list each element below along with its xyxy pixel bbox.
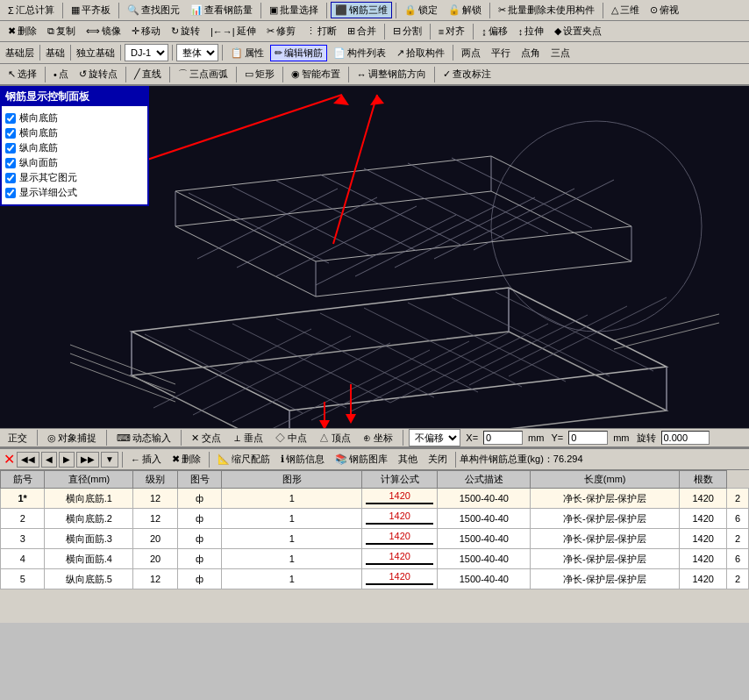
- rect-btn[interactable]: ▭矩形: [240, 66, 279, 82]
- sep5: [222, 45, 223, 61]
- table-row[interactable]: 4 横向面筋.4 20 ф 1 1420 1500-40-40 净长-保护层-保…: [1, 549, 749, 569]
- nav-prev-btn[interactable]: ◀: [41, 452, 57, 468]
- checkbox-vert-bottom[interactable]: 纵向底筋: [5, 141, 144, 154]
- element-dropdown[interactable]: DJ-1: [125, 44, 168, 61]
- close-panel-btn[interactable]: 关闭: [424, 451, 452, 468]
- trim-btn[interactable]: ✂修剪: [262, 23, 300, 39]
- delete-icon: ✂: [498, 4, 506, 16]
- dynamic-input-btn[interactable]: ⌨ 动态输入: [112, 430, 175, 446]
- insert-btn[interactable]: ←插入: [126, 451, 166, 468]
- view-rebar-btn[interactable]: 📊 查看钢筋量: [186, 2, 257, 18]
- align-btn[interactable]: ≡对齐: [434, 23, 469, 39]
- close-small-btn[interactable]: ✕: [4, 451, 15, 468]
- cb-vert-bottom[interactable]: [5, 143, 16, 154]
- y-coord-input[interactable]: [568, 431, 608, 445]
- nav-last-btn[interactable]: ▶▶: [76, 452, 99, 468]
- cb-horiz-face[interactable]: [5, 128, 16, 139]
- table-row[interactable]: 5 纵向底筋.5 12 ф 1 1420 1500-40-40 净长-保护层-保…: [1, 569, 749, 589]
- rotate-pt-btn[interactable]: ↺旋转点: [75, 66, 122, 82]
- checkbox-vert-face[interactable]: 纵向面筋: [5, 156, 144, 169]
- scale-layout-btn[interactable]: 📐缩尺配筋: [213, 451, 275, 468]
- row-count: 2: [727, 489, 749, 509]
- mirror-btn[interactable]: ⟺镜像: [82, 23, 125, 39]
- canvas-area[interactable]: 钢筋显示控制面板 横向底筋 横向底筋 纵向底筋 纵向面筋 显示其它图元: [0, 86, 749, 428]
- rotate-input[interactable]: [661, 431, 710, 445]
- checkbox-horiz-bottom[interactable]: 横向底筋: [5, 111, 144, 125]
- snap-mode-btn[interactable]: ◎ 对象捕捉: [43, 430, 101, 446]
- batch-select-btn[interactable]: ▣ 批量选择: [265, 2, 323, 18]
- top-snap[interactable]: △ 顶点: [315, 430, 355, 446]
- table-row[interactable]: 2 横向底筋.2 12 ф 1 1420 1500-40-40 净长-保护层-保…: [1, 509, 749, 529]
- point-btn[interactable]: •点: [49, 66, 73, 82]
- nav-down-btn[interactable]: ▼: [101, 452, 118, 468]
- setpt-btn[interactable]: ◆设置夹点: [550, 23, 606, 39]
- nav-next-btn[interactable]: ▶: [59, 452, 75, 468]
- cb-vert-face[interactable]: [5, 158, 16, 168]
- 3d-btn[interactable]: △ 三维: [607, 2, 644, 18]
- sum-btn[interactable]: Σ 汇总计算: [4, 2, 59, 18]
- coord-snap[interactable]: ⊕ 坐标: [359, 430, 397, 446]
- intersect-snap[interactable]: ✕ 交点: [187, 430, 225, 446]
- rebar-3d-btn[interactable]: ⬛ 钢筋三维: [331, 2, 392, 18]
- move-btn[interactable]: ✛移动: [127, 23, 165, 39]
- sep: [384, 24, 385, 39]
- other-btn[interactable]: 其他: [394, 451, 422, 468]
- edit-rebar-btn[interactable]: ✏编辑钢筋: [270, 45, 327, 61]
- rotate-btn[interactable]: ↻旋转: [167, 23, 204, 39]
- checkbox-horiz-face[interactable]: 横向底筋: [5, 126, 144, 139]
- svg-line-39: [193, 336, 351, 415]
- three-line-btn[interactable]: 三点: [546, 45, 574, 61]
- batch-delete-btn[interactable]: ✂ 批量删除未使用构件: [494, 2, 599, 18]
- component-list-btn[interactable]: 📄构件列表: [329, 45, 390, 61]
- table-delete-btn[interactable]: ✖删除: [168, 451, 205, 468]
- rebar-lib-btn[interactable]: 📚钢筋图库: [331, 451, 392, 468]
- adjust-dir-btn[interactable]: ↔调整钢筋方向: [353, 66, 431, 82]
- angle-btn[interactable]: 点角: [517, 45, 545, 61]
- no-offset-select[interactable]: 不偏移: [409, 429, 460, 446]
- attr-btn[interactable]: 📋属性: [226, 45, 268, 61]
- row-grade: ф: [177, 489, 221, 509]
- check-mark-btn[interactable]: ✓查改标注: [439, 66, 496, 82]
- row-grade: ф: [177, 529, 221, 549]
- punch-btn[interactable]: ⋮打断: [302, 23, 341, 39]
- smart-layout-btn[interactable]: ◉智能布置: [287, 66, 345, 82]
- perp-snap[interactable]: ⊥ 垂点: [229, 430, 268, 446]
- parallel-btn[interactable]: 平行: [487, 45, 515, 61]
- grid-btn[interactable]: ▦ 平齐板: [67, 2, 115, 18]
- find-element-btn[interactable]: 🔍 查找图元: [123, 2, 184, 18]
- top-view-btn[interactable]: ⊙ 俯视: [646, 2, 683, 18]
- cb-horiz-bottom[interactable]: [5, 113, 16, 124]
- mid-snap[interactable]: ◇ 中点: [271, 430, 311, 446]
- col-dia: 直径(mm): [45, 471, 133, 489]
- cb-show-formula[interactable]: [5, 188, 16, 198]
- line-btn[interactable]: ╱直线: [130, 66, 166, 82]
- select-btn[interactable]: ↖选择: [4, 66, 41, 82]
- rebar-info-btn[interactable]: ℹ钢筋信息: [276, 451, 329, 468]
- row-shape: 1420: [362, 509, 438, 529]
- unlock-btn[interactable]: 🔓 解锁: [444, 2, 486, 18]
- ortho-mode-btn[interactable]: 正交: [4, 430, 32, 446]
- split-btn[interactable]: ⊟分割: [389, 23, 426, 39]
- x-coord-input[interactable]: [483, 431, 523, 445]
- lock-btn[interactable]: 🔒 锁定: [400, 2, 442, 18]
- delete-btn[interactable]: ✖删除: [4, 23, 41, 39]
- nav-first-btn[interactable]: ◀◀: [17, 452, 39, 468]
- checkbox-show-formula[interactable]: 显示详细公式: [5, 186, 144, 199]
- merge-btn[interactable]: ⊞合并: [343, 23, 381, 39]
- scope-dropdown[interactable]: 整体: [176, 44, 218, 61]
- sep6: [348, 67, 349, 82]
- table-row[interactable]: 1* 横向底筋.1 12 ф 1 1420 1500-40-40 净长-保护层-…: [1, 489, 749, 509]
- sep7: [434, 67, 435, 82]
- copy-btn[interactable]: ⧉复制: [43, 23, 80, 39]
- extend-btn[interactable]: |←→|延伸: [206, 23, 260, 39]
- three-arc-btn[interactable]: ⌒三点画弧: [174, 66, 232, 82]
- svg-marker-23: [132, 288, 667, 411]
- checkbox-show-other[interactable]: 显示其它图元: [5, 171, 144, 184]
- two-pts-btn[interactable]: 两点: [457, 45, 485, 61]
- offset-btn[interactable]: ↨偏移: [477, 23, 512, 39]
- cb-show-other[interactable]: [5, 173, 16, 183]
- stretch-btn[interactable]: ↕拉伸: [514, 23, 549, 39]
- table-row[interactable]: 3 横向面筋.3 20 ф 1 1420 1500-40-40 净长-保护层-保…: [1, 529, 749, 549]
- pick-component-btn[interactable]: ↗拾取构件: [392, 45, 449, 61]
- table-scroll[interactable]: 筋号 直径(mm) 级别 图号 图形 计算公式 公式描述 长度(mm) 根数 1…: [0, 470, 749, 589]
